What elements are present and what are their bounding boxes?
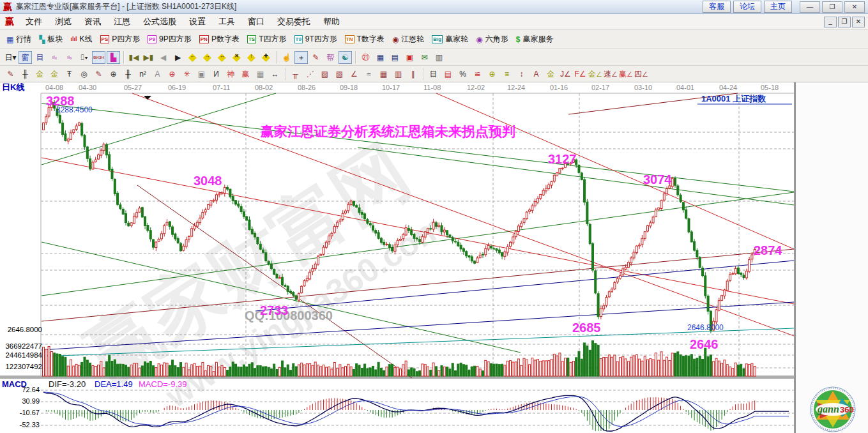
menu-item-江恩[interactable]: 江恩 <box>107 16 137 27</box>
gann-wheel-button[interactable]: ◉江恩轮 <box>389 33 429 46</box>
info-doc[interactable]: 目 <box>33 51 47 64</box>
mdi-minimize-button[interactable]: _ <box>824 17 837 27</box>
draw-spiral[interactable]: ◎ <box>77 68 91 80</box>
draw-j-angle[interactable]: J∠ <box>559 68 572 80</box>
notes[interactable]: ▤ <box>388 51 402 64</box>
draw-comb-2[interactable]: ╫ <box>121 68 135 80</box>
menu-item-浏览[interactable]: 浏览 <box>49 16 78 27</box>
titlebar-link-客服[interactable]: 客服 <box>703 1 731 13</box>
sectors-button[interactable]: ▚板块 <box>36 33 67 46</box>
diamond-h[interactable]: ◆↔ <box>215 51 229 64</box>
menu-item-文件[interactable]: 文件 <box>19 16 49 27</box>
hand-tool[interactable]: ☝ <box>280 51 293 64</box>
draw-pct[interactable]: % <box>456 68 469 80</box>
diamond-v[interactable]: ◆↕ <box>245 51 258 64</box>
next-arrow[interactable]: ▶ <box>171 51 185 64</box>
save[interactable]: ▣ <box>403 51 416 64</box>
pen-tool[interactable]: ✎ <box>309 51 323 64</box>
winner-service-button[interactable]: $赢家服务 <box>513 33 558 46</box>
mail-export[interactable]: ✉ <box>418 51 431 64</box>
kline-button[interactable]: ılılK线 <box>68 33 97 46</box>
draw-box-target[interactable]: ▣ <box>195 68 208 80</box>
prev-arrow[interactable]: ◀ <box>156 51 170 64</box>
print[interactable]: ▥ <box>432 51 446 64</box>
skip-start[interactable]: ▮◀ <box>127 51 141 64</box>
p-number-table-button[interactable]: PNP数字表 <box>196 33 244 46</box>
draw-n2[interactable]: n² <box>136 68 149 80</box>
t-number-table-button[interactable]: TNT数字表 <box>342 33 389 46</box>
mdi-close-button[interactable]: ✕ <box>852 17 865 27</box>
draw-comb[interactable]: ╫ <box>19 68 32 80</box>
draw-pct-line[interactable]: ≌ <box>471 68 484 80</box>
draw-gold-angle[interactable]: 金∠ <box>588 68 602 80</box>
draw-grid[interactable]: ▦ <box>254 68 267 80</box>
p-square-button[interactable]: PSP四方形 <box>97 33 145 46</box>
purple-tool[interactable]: 帮 <box>324 51 337 64</box>
draw-grid-2[interactable]: ▦ <box>377 68 390 80</box>
draw-bars[interactable]: 目 <box>427 68 440 80</box>
diamond-cross[interactable]: ◆✚ <box>259 51 273 64</box>
quotes-button[interactable]: ▦行情 <box>3 33 36 46</box>
draw-wheel[interactable]: ⊕ <box>107 68 120 80</box>
color-chart[interactable]: ▙ <box>107 51 120 64</box>
mdi-restore-button[interactable]: ❐ <box>838 17 851 27</box>
brain-tool[interactable]: ☯ <box>339 51 352 64</box>
draw-knife[interactable]: ✎ <box>4 68 17 80</box>
draw-shadebox[interactable]: ▨ <box>318 68 331 80</box>
close-button[interactable]: ✕ <box>844 1 865 13</box>
draw-ying-angle[interactable]: 赢∠ <box>619 68 633 80</box>
draw-angle-a[interactable]: Α <box>151 68 164 80</box>
draw-fan[interactable]: ⋰ <box>303 68 317 80</box>
calculator[interactable]: ▦ <box>374 51 387 64</box>
draw-shen[interactable]: 神 <box>224 68 238 80</box>
draw-f[interactable]: Ŧ <box>63 68 76 80</box>
draw-knife-2[interactable]: ✎ <box>92 68 105 80</box>
draw-pct-box[interactable]: ▤ <box>441 68 455 80</box>
draw-si-angle[interactable]: 四∠ <box>634 68 648 80</box>
skip-end[interactable]: ▶▮ <box>142 51 155 64</box>
minimize-button[interactable]: — <box>800 1 820 13</box>
crosshair-tool[interactable]: ＋ <box>294 51 308 64</box>
chart-3[interactable]: ıl₃ <box>48 51 61 64</box>
draw-zigzag[interactable]: ≈ <box>362 68 376 80</box>
draw-span[interactable]: ↔ <box>268 68 282 80</box>
draw-speed-angle[interactable]: 速∠ <box>604 68 618 80</box>
menu-item-窗口[interactable]: 窗口 <box>241 16 271 27</box>
draw-gold-wheel[interactable]: ⊕ <box>485 68 499 80</box>
menu-item-公式选股[interactable]: 公式选股 <box>137 16 183 27</box>
hexagon-button[interactable]: ◉六角形 <box>473 33 512 46</box>
diamond-left[interactable]: ◆← <box>186 51 199 64</box>
pattern-tool[interactable]: визн <box>92 51 105 64</box>
kline-style[interactable]: 日▾ <box>4 51 17 64</box>
draw-a-fan[interactable]: A <box>529 68 543 80</box>
menu-item-交易委托[interactable]: 交易委托 <box>271 16 317 27</box>
diamond-right[interactable]: ◆→ <box>201 51 214 64</box>
draw-grid-3[interactable]: ▥ <box>392 68 405 80</box>
winner-wheel-button[interactable]: Big赢家轮 <box>429 33 473 46</box>
draw-lines[interactable]: ∥ <box>406 68 420 80</box>
titlebar-link-论坛[interactable]: 论坛 <box>733 1 761 13</box>
restore-button[interactable]: ❐ <box>822 1 842 13</box>
draw-gold-3[interactable]: 金 <box>544 68 558 80</box>
draw-gold-2[interactable]: 金 <box>48 68 61 80</box>
menu-item-资讯[interactable]: 资讯 <box>78 16 107 27</box>
draw-f-angle[interactable]: F∠ <box>574 68 587 80</box>
pattern-window[interactable]: 窗 <box>19 51 32 64</box>
draw-star[interactable]: ✳ <box>180 68 194 80</box>
menu-item-工具[interactable]: 工具 <box>212 16 241 27</box>
draw-flag[interactable]: ↕ <box>515 68 528 80</box>
kline-chart-canvas[interactable]: 赢家财富网www.yingjia360.com日K线04-0804-3005-2… <box>0 82 868 433</box>
t-square-button[interactable]: TST四方形 <box>244 33 291 46</box>
draw-gold-1[interactable]: 金 <box>33 68 47 80</box>
candle-style[interactable]: ⌷▾ <box>77 51 91 64</box>
menu-item-设置[interactable]: 设置 <box>183 16 212 27</box>
calendar[interactable]: ㉑ <box>359 51 372 64</box>
menu-item-帮助[interactable]: 帮助 <box>317 16 346 27</box>
draw-angle[interactable]: ∠ <box>347 68 361 80</box>
draw-fanbox[interactable]: ▧ <box>333 68 346 80</box>
9p-square-button[interactable]: P99P四方形 <box>144 33 195 46</box>
diamond-x[interactable]: ◆✕ <box>230 51 243 64</box>
draw-frame[interactable]: ╥ <box>289 68 302 80</box>
draw-i[interactable]: И <box>209 68 223 80</box>
draw-gold-line[interactable]: ≡ <box>500 68 514 80</box>
